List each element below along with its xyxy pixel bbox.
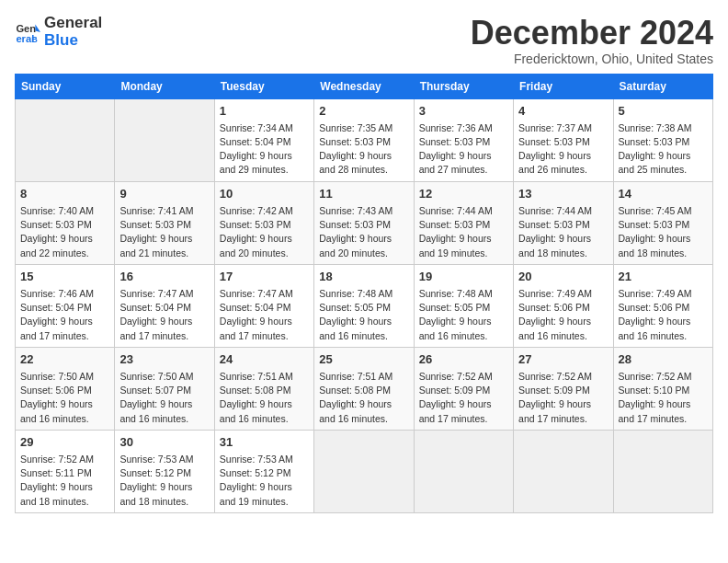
month-title: December 2024 [471,15,713,52]
day-number: 25 [319,351,408,368]
calendar-cell: 20Sunrise: 7:49 AMSunset: 5:06 PMDayligh… [514,264,613,347]
calendar-cell: 29Sunrise: 7:52 AMSunset: 5:11 PMDayligh… [16,430,115,512]
calendar-cell: 27Sunrise: 7:52 AMSunset: 5:09 PMDayligh… [514,347,613,430]
calendar-header: Gen eral B General Blue December 2024 Fr… [15,15,713,66]
calendar-table: SundayMondayTuesdayWednesdayThursdayFrid… [15,74,713,513]
day-info: Sunrise: 7:34 AMSunset: 5:04 PMDaylight:… [220,121,309,178]
calendar-cell [314,430,414,512]
day-info: Sunrise: 7:48 AMSunset: 5:05 PMDaylight:… [319,287,408,343]
calendar-cell: 4Sunrise: 7:37 AMSunset: 5:03 PMDaylight… [514,98,613,181]
calendar-cell: 2Sunrise: 7:35 AMSunset: 5:03 PMDaylight… [314,98,414,181]
calendar-cell: 15Sunrise: 7:46 AMSunset: 5:04 PMDayligh… [16,264,115,347]
day-info: Sunrise: 7:44 AMSunset: 5:03 PMDaylight:… [518,204,608,260]
calendar-cell: 22Sunrise: 7:50 AMSunset: 5:06 PMDayligh… [16,347,115,430]
calendar-cell [115,98,214,181]
day-number: 13 [518,186,608,202]
calendar-cell: 13Sunrise: 7:44 AMSunset: 5:03 PMDayligh… [514,181,613,264]
day-header-wednesday: Wednesday [314,74,414,98]
day-number: 29 [20,434,109,451]
day-number: 16 [119,269,209,285]
day-number: 18 [319,269,408,285]
day-info: Sunrise: 7:37 AMSunset: 5:03 PMDaylight:… [518,121,608,178]
calendar-cell [414,430,513,512]
calendar-week-row: 1Sunrise: 7:34 AMSunset: 5:04 PMDaylight… [16,98,713,181]
calendar-cell: 11Sunrise: 7:43 AMSunset: 5:03 PMDayligh… [314,181,414,264]
day-info: Sunrise: 7:50 AMSunset: 5:06 PMDaylight:… [20,370,109,426]
location: Fredericktown, Ohio, United States [471,52,713,66]
day-info: Sunrise: 7:52 AMSunset: 5:10 PMDaylight:… [619,370,708,426]
calendar-week-row: 8Sunrise: 7:40 AMSunset: 5:03 PMDaylight… [16,181,713,264]
day-info: Sunrise: 7:42 AMSunset: 5:03 PMDaylight:… [220,204,309,260]
calendar-cell: 17Sunrise: 7:47 AMSunset: 5:04 PMDayligh… [214,264,313,347]
day-info: Sunrise: 7:51 AMSunset: 5:08 PMDaylight:… [220,370,309,426]
day-number: 2 [319,103,408,120]
day-number: 12 [419,186,508,202]
day-number: 31 [220,434,309,451]
day-info: Sunrise: 7:52 AMSunset: 5:09 PMDaylight:… [419,370,508,426]
day-info: Sunrise: 7:44 AMSunset: 5:03 PMDaylight:… [419,204,508,260]
calendar-cell: 24Sunrise: 7:51 AMSunset: 5:08 PMDayligh… [214,347,313,430]
day-number: 10 [220,186,309,202]
calendar-cell: 26Sunrise: 7:52 AMSunset: 5:09 PMDayligh… [414,347,513,430]
day-info: Sunrise: 7:38 AMSunset: 5:03 PMDaylight:… [619,121,708,178]
day-number: 27 [518,351,608,368]
day-number: 21 [619,269,708,285]
day-info: Sunrise: 7:45 AMSunset: 5:03 PMDaylight:… [619,204,708,260]
day-number: 30 [119,434,209,451]
day-info: Sunrise: 7:40 AMSunset: 5:03 PMDaylight:… [20,204,109,260]
calendar-week-row: 29Sunrise: 7:52 AMSunset: 5:11 PMDayligh… [16,430,713,512]
calendar-cell: 14Sunrise: 7:45 AMSunset: 5:03 PMDayligh… [613,181,712,264]
day-info: Sunrise: 7:43 AMSunset: 5:03 PMDaylight:… [319,204,408,260]
logo: Gen eral B General Blue [15,15,102,49]
day-number: 28 [619,351,708,368]
day-header-saturday: Saturday [613,74,712,98]
day-header-monday: Monday [115,74,214,98]
day-number: 5 [619,103,708,120]
calendar-cell [514,430,613,512]
calendar-cell: 19Sunrise: 7:48 AMSunset: 5:05 PMDayligh… [414,264,513,347]
day-info: Sunrise: 7:41 AMSunset: 5:03 PMDaylight:… [119,204,209,260]
calendar-body: 1Sunrise: 7:34 AMSunset: 5:04 PMDaylight… [16,98,713,512]
calendar-cell: 25Sunrise: 7:51 AMSunset: 5:08 PMDayligh… [314,347,414,430]
calendar-cell: 18Sunrise: 7:48 AMSunset: 5:05 PMDayligh… [314,264,414,347]
day-info: Sunrise: 7:49 AMSunset: 5:06 PMDaylight:… [518,287,608,343]
day-number: 26 [419,351,508,368]
calendar-cell: 16Sunrise: 7:47 AMSunset: 5:04 PMDayligh… [115,264,214,347]
day-info: Sunrise: 7:52 AMSunset: 5:11 PMDaylight:… [20,453,109,509]
calendar-cell: 31Sunrise: 7:53 AMSunset: 5:12 PMDayligh… [214,430,313,512]
day-info: Sunrise: 7:51 AMSunset: 5:08 PMDaylight:… [319,370,408,426]
day-number: 9 [119,186,209,202]
day-number: 24 [220,351,309,368]
day-number: 3 [419,103,508,120]
day-number: 17 [220,269,309,285]
calendar-cell: 3Sunrise: 7:36 AMSunset: 5:03 PMDaylight… [414,98,513,181]
day-header-sunday: Sunday [16,74,115,98]
day-info: Sunrise: 7:48 AMSunset: 5:05 PMDaylight:… [419,287,508,343]
calendar-header-row: SundayMondayTuesdayWednesdayThursdayFrid… [16,74,713,98]
day-number: 15 [20,269,109,285]
day-number: 22 [20,351,109,368]
svg-marker-2 [35,24,40,31]
day-info: Sunrise: 7:36 AMSunset: 5:03 PMDaylight:… [419,121,508,178]
calendar-cell: 30Sunrise: 7:53 AMSunset: 5:12 PMDayligh… [115,430,214,512]
day-info: Sunrise: 7:47 AMSunset: 5:04 PMDaylight:… [119,287,209,343]
calendar-cell: 5Sunrise: 7:38 AMSunset: 5:03 PMDaylight… [613,98,712,181]
calendar-cell: 21Sunrise: 7:49 AMSunset: 5:06 PMDayligh… [613,264,712,347]
day-number: 4 [518,103,608,120]
day-info: Sunrise: 7:49 AMSunset: 5:06 PMDaylight:… [619,287,708,343]
day-number: 23 [119,351,209,368]
day-info: Sunrise: 7:52 AMSunset: 5:09 PMDaylight:… [518,370,608,426]
day-number: 14 [619,186,708,202]
day-info: Sunrise: 7:35 AMSunset: 5:03 PMDaylight:… [319,121,408,178]
title-area: December 2024 Fredericktown, Ohio, Unite… [471,15,713,66]
day-number: 20 [518,269,608,285]
calendar-cell [16,98,115,181]
day-info: Sunrise: 7:53 AMSunset: 5:12 PMDaylight:… [119,453,209,509]
day-number: 1 [220,103,309,120]
day-header-thursday: Thursday [414,74,513,98]
day-number: 8 [20,186,109,202]
day-info: Sunrise: 7:46 AMSunset: 5:04 PMDaylight:… [20,287,109,343]
day-info: Sunrise: 7:47 AMSunset: 5:04 PMDaylight:… [220,287,309,343]
day-header-friday: Friday [514,74,613,98]
calendar-cell: 9Sunrise: 7:41 AMSunset: 5:03 PMDaylight… [115,181,214,264]
